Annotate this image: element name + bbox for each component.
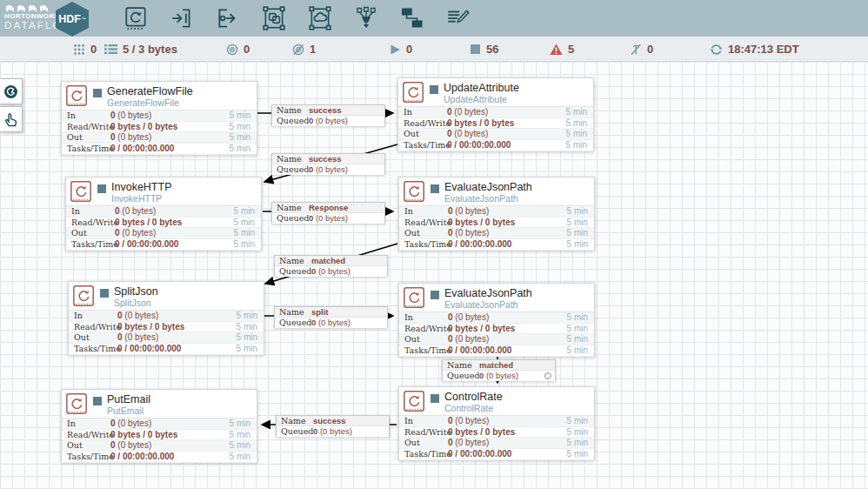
elephants-icon [5, 3, 50, 12]
processor-stamp-icon [404, 287, 424, 308]
stat-row: Tasks/Time0 / 00:00:00.0005 min [399, 345, 594, 357]
threads-grid-icon [73, 44, 85, 56]
queued-value: 0 (0 bytes) [309, 213, 348, 224]
disabled-icon [630, 44, 642, 56]
stat-row: Read/Write0 bytes / 0 bytes5 min [398, 118, 593, 130]
processor-node[interactable]: PutEmail PutEmail In0 (0 bytes)5 minRead… [61, 389, 257, 463]
connection-label[interactable]: Name success Queued 0 (0 bytes) [271, 104, 385, 126]
nifi-app: HORTONWORKS DATAFLOW HDF™ [0, 0, 868, 489]
stopped-state-icon [97, 184, 106, 193]
connection-queued-row: Queued 0 (0 bytes) [275, 266, 387, 277]
connection-label[interactable]: Name matched Queued 0 (0 bytes) [274, 255, 388, 277]
refresh-status[interactable]: 18:47:13 EDT [710, 37, 799, 62]
connection-name-row: Name success [272, 154, 384, 164]
connection-queued-row: Queued 0 (0 bytes) [272, 213, 384, 224]
stat-row: Out0 (0 bytes)5 min [399, 438, 594, 449]
processor-title: PutEmail [107, 393, 150, 405]
label-icon[interactable] [445, 4, 471, 32]
processor-node[interactable]: EvaluateJsonPath EvaluateJsonPath In0 (0… [398, 177, 595, 251]
name-label: Name [277, 203, 302, 213]
processor-title: UpdateAttribute [444, 82, 519, 94]
process-group-icon[interactable] [261, 4, 287, 32]
processor-stats: In0 (0 bytes)5 minRead/Write0 bytes / 0 … [66, 206, 261, 251]
queued-label: Queued [447, 371, 479, 381]
name-value: Response [309, 203, 348, 213]
connection-label[interactable]: Name success Queued 0 (0 bytes) [271, 153, 385, 175]
processor-icon[interactable] [123, 4, 149, 32]
connection-queued-row: Queued 0 (0 bytes) [272, 116, 384, 126]
funnel-icon[interactable] [353, 4, 379, 32]
stat-row: Tasks/Time0 / 00:00:00.0005 min [69, 344, 264, 355]
stat-row: In0 (0 bytes)5 min [66, 206, 261, 218]
name-label: Name [279, 307, 304, 318]
expiration-icon [544, 372, 551, 379]
connection-label[interactable]: Name split Queued 0 (0 bytes) [274, 306, 388, 328]
output-port-icon[interactable] [215, 4, 241, 32]
stat-row: Out0 (0 bytes)5 min [399, 228, 594, 239]
processor-stats: In0 (0 bytes)5 minRead/Write0 bytes / 0 … [69, 311, 264, 355]
processor-node[interactable]: EvaluateJsonPath EvaluateJsonPath In0 (0… [398, 283, 595, 357]
stat-row: Tasks/Time0 / 00:00:00.0005 min [62, 452, 257, 463]
stat-row: Read/Write0 bytes / 0 bytes5 min [69, 322, 264, 333]
hortonworks-logo: HORTONWORKS DATAFLOW [4, 3, 53, 31]
processor-stamp-icon [403, 82, 424, 103]
stopped-square-icon [470, 44, 481, 55]
processor-header: GenerateFlowFile GenerateFlowFile [62, 82, 257, 111]
connection-label[interactable]: Name matched Queued 0 (0 bytes) [442, 359, 556, 381]
brand-name: HORTONWORKS [4, 12, 53, 20]
processor-type: UpdateAttribute [444, 94, 507, 104]
flow-canvas[interactable]: GenerateFlowFile GenerateFlowFile In0 (0… [0, 62, 868, 489]
hand-icon [3, 111, 18, 127]
stopped-state-icon [93, 89, 102, 97]
stat-row: In0 (0 bytes)5 min [69, 311, 264, 322]
template-icon[interactable] [399, 4, 425, 32]
birdseye-icon [3, 84, 18, 99]
processor-node[interactable]: SplitJson SplitJson In0 (0 bytes)5 minRe… [68, 281, 264, 355]
birdseye-button[interactable] [0, 78, 23, 104]
warning-triangle-icon [550, 44, 563, 56]
name-value: success [309, 154, 342, 164]
stat-row: Read/Write0 bytes / 0 bytes5 min [62, 430, 257, 441]
connection-name-row: Name split [275, 307, 387, 318]
processor-title: EvaluateJsonPath [444, 287, 532, 299]
status-bar: 0 5 / 3 bytes 0 1 [0, 37, 868, 62]
stat-row: In0 (0 bytes)5 min [62, 111, 257, 122]
connection-label[interactable]: Name success Queued 0 (0 bytes) [276, 415, 390, 437]
processor-type: EvaluateJsonPath [444, 299, 518, 310]
processor-header: ControlRate ControlRate [399, 387, 594, 416]
stat-row: Tasks/Time0 / 00:00:00.0005 min [66, 239, 261, 251]
queued-label: Queued [281, 426, 313, 437]
processor-stats: In0 (0 bytes)5 minRead/Write0 bytes / 0 … [399, 312, 594, 357]
queued-value: 0 (0 bytes) [309, 164, 348, 175]
name-label: Name [277, 154, 302, 164]
remote-process-group-icon[interactable] [307, 4, 333, 32]
name-label: Name [447, 360, 472, 371]
stat-row: Out0 (0 bytes)5 min [398, 129, 593, 140]
running-play-icon [390, 44, 401, 56]
stat-row: Read/Write0 bytes / 0 bytes5 min [399, 218, 594, 229]
last-refresh-time: 18:47:13 EDT [728, 43, 799, 56]
running-status: 0 [390, 37, 412, 62]
refresh-icon[interactable] [710, 44, 723, 56]
hdf-badge: HDF™ [56, 2, 89, 37]
name-value: split [311, 307, 329, 318]
transmitting-status: 0 [226, 37, 250, 62]
stat-row: In0 (0 bytes)5 min [399, 206, 594, 218]
processor-node[interactable]: InvokeHTTP InvokeHTTP In0 (0 bytes)5 min… [65, 177, 262, 251]
input-port-icon[interactable] [169, 4, 195, 32]
processor-node[interactable]: UpdateAttribute UpdateAttribute In0 (0 b… [397, 77, 594, 151]
processor-title: EvaluateJsonPath [444, 181, 532, 193]
stat-row: Read/Write0 bytes / 0 bytes5 min [62, 122, 257, 133]
stat-row: Tasks/Time0 / 00:00:00.0005 min [62, 144, 257, 155]
processor-node[interactable]: GenerateFlowFile GenerateFlowFile In0 (0… [61, 81, 257, 155]
stat-row: Out0 (0 bytes)5 min [62, 440, 257, 452]
queued-label: Queued [277, 164, 309, 175]
connection-name-row: Name success [272, 105, 384, 116]
processor-node[interactable]: ControlRate ControlRate In0 (0 bytes)5 m… [398, 386, 595, 460]
connection-queued-row: Queued 0 (0 bytes) [275, 318, 387, 328]
name-value: matched [311, 256, 345, 266]
stopped-state-icon [431, 184, 439, 193]
processor-stamp-icon [66, 85, 87, 106]
pan-hand-button[interactable] [0, 106, 23, 132]
connection-label[interactable]: Name Response Queued 0 (0 bytes) [271, 202, 385, 224]
